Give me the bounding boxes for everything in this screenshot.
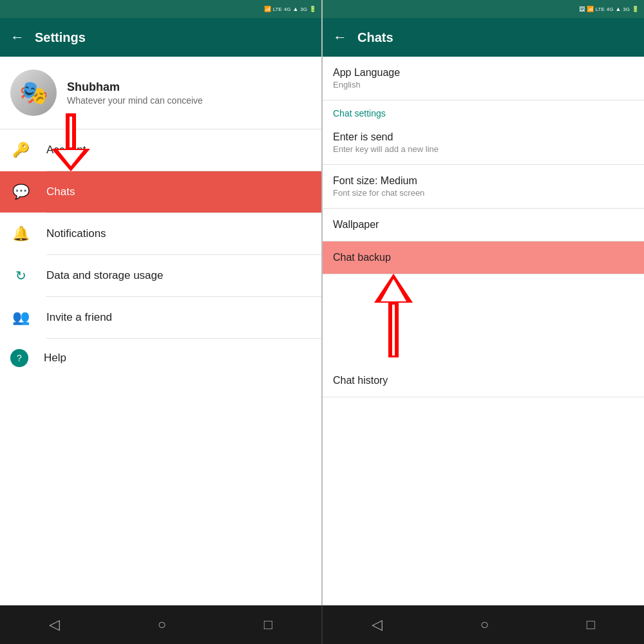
chat-settings-header: Chat settings — [323, 100, 644, 121]
profile-section[interactable]: 🎭 Shubham Whatever your mind can conceiv… — [0, 57, 321, 129]
enter-send-title: Enter is send — [333, 131, 634, 143]
enter-send-subtitle: Enter key will add a new line — [333, 144, 634, 154]
left-content: 🎭 Shubham Whatever your mind can conceiv… — [0, 57, 321, 605]
chat-backup-title: Chat backup — [333, 252, 634, 263]
app-language-title: App Language — [333, 67, 634, 79]
profile-status: Whatever your mind can conceive — [67, 95, 311, 106]
settings-wallpaper[interactable]: Wallpaper — [323, 209, 644, 241]
right-page-title: Chats — [357, 30, 393, 45]
right-content: App Language English Chat settings Enter… — [323, 57, 644, 605]
profile-name: Shubham — [67, 80, 311, 94]
menu-item-chats[interactable]: 💬 Chats — [0, 171, 321, 213]
settings-chat-history[interactable]: Chat history — [323, 365, 644, 397]
left-nav-bar: ◁ ○ □ — [0, 605, 323, 644]
divider-history — [323, 397, 644, 397]
left-app-bar: ← Settings — [0, 18, 321, 57]
data-label: Data and storage usage — [46, 269, 163, 282]
menu-item-notifications[interactable]: 🔔 Notifications — [0, 213, 321, 254]
wallpaper-title: Wallpaper — [333, 219, 634, 231]
invite-icon: 👥 — [10, 307, 31, 328]
menu-item-invite[interactable]: 👥 Invite a friend — [0, 297, 321, 338]
left-recent-nav[interactable]: □ — [264, 616, 272, 633]
invite-label: Invite a friend — [46, 311, 112, 324]
left-home-nav[interactable]: ○ — [158, 616, 166, 633]
settings-font-size[interactable]: Font size: Medium Font size for chat scr… — [323, 165, 644, 208]
avatar: 🎭 — [10, 70, 57, 116]
profile-info: Shubham Whatever your mind can conceive — [67, 80, 311, 106]
svg-rect-7 — [392, 305, 395, 355]
app-language-subtitle: English — [333, 80, 634, 90]
help-icon: ? — [10, 349, 28, 367]
left-page-title: Settings — [35, 30, 86, 45]
chats-label: Chats — [46, 185, 75, 198]
left-status-bar: 📶 LTE 4G ▲ 3G 🔋 — [0, 0, 321, 18]
menu-item-account[interactable]: 🔑 Account — [0, 129, 321, 171]
up-arrow-annotation — [374, 274, 413, 357]
svg-rect-2 — [70, 117, 72, 147]
chat-history-title: Chat history — [333, 375, 634, 386]
right-recent-nav[interactable]: □ — [587, 616, 595, 633]
settings-enter-send[interactable]: Enter is send Enter key will add a new l… — [323, 121, 644, 164]
divider-backup — [323, 274, 644, 274]
bell-icon: 🔔 — [10, 223, 31, 244]
right-app-bar: ← Chats — [323, 18, 644, 57]
menu-item-help[interactable]: ? Help — [0, 339, 321, 377]
help-label: Help — [44, 352, 66, 365]
right-back-button[interactable]: ← — [333, 29, 347, 46]
chats-icon: 💬 — [10, 182, 31, 202]
right-status-bar: 🖼 📶 LTE 4G ▲ 3G 🔋 — [323, 0, 644, 18]
left-back-nav[interactable]: ◁ — [49, 616, 60, 633]
left-back-button[interactable]: ← — [10, 29, 24, 46]
settings-app-language[interactable]: App Language English — [323, 57, 644, 100]
settings-chat-backup[interactable]: Chat backup — [323, 242, 644, 274]
notifications-label: Notifications — [46, 227, 106, 240]
down-arrow-annotation — [52, 113, 90, 171]
bottom-nav-row: ◁ ○ □ ◁ ○ □ — [0, 605, 644, 644]
data-icon: ↻ — [10, 265, 31, 286]
font-size-subtitle: Font size for chat screen — [333, 188, 634, 198]
key-icon: 🔑 — [10, 140, 31, 160]
right-home-nav[interactable]: ○ — [480, 616, 489, 633]
left-status-icons: 📶 LTE 4G ▲ 3G 🔋 — [264, 6, 316, 12]
right-status-icons: 🖼 📶 LTE 4G ▲ 3G 🔋 — [579, 6, 639, 12]
font-size-title: Font size: Medium — [333, 175, 634, 187]
right-back-nav[interactable]: ◁ — [372, 616, 383, 633]
right-nav-bar: ◁ ○ □ — [323, 605, 644, 644]
chat-backup-wrapper: Chat backup — [323, 242, 644, 274]
menu-item-data[interactable]: ↻ Data and storage usage — [0, 255, 321, 296]
